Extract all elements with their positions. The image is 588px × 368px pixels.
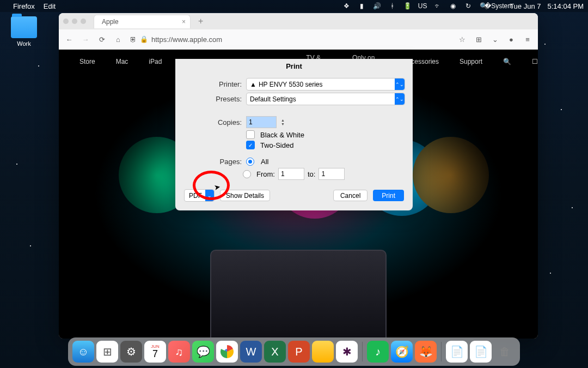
account-icon[interactable]: ●	[506, 34, 516, 44]
pdf-dropdown-button[interactable]: PDF ⌄	[184, 189, 215, 202]
pages-from-label: From:	[256, 170, 275, 178]
copies-label: Copies:	[183, 118, 242, 126]
pages-to-input[interactable]	[318, 168, 345, 180]
dock-safari-icon[interactable]: 🧭	[391, 341, 413, 363]
bw-checkbox[interactable]	[246, 130, 255, 139]
url-text: https://www.apple.com	[151, 35, 222, 44]
pages-all-label: All	[261, 158, 268, 166]
macos-dock: ☺ ⊞ ⚙ JUN7 ♫ 💬 W X P ✱ ♪ 🧭 🦊 📄 📄 🗑	[68, 337, 520, 366]
macos-menubar: Firefox Edit ❖ ▮ 🔊 ᚼ 🔋 US ᯤ ◉ ↻ 🔍 �Syste…	[0, 0, 588, 12]
input-source-icon[interactable]: US	[418, 2, 427, 10]
home-button[interactable]: ⌂	[113, 34, 123, 44]
menubar-app-name[interactable]: Firefox	[13, 2, 35, 10]
pages-label: Pages:	[183, 158, 242, 166]
bw-label: Black & White	[260, 131, 304, 139]
dock-finder-icon[interactable]: ☺	[72, 341, 94, 363]
show-details-button[interactable]: Show Details	[220, 190, 270, 201]
window-traffic-lights[interactable]	[63, 19, 86, 24]
address-bar[interactable]: ⛨ 🔒 https://www.apple.com	[130, 35, 451, 44]
presets-label: Presets:	[183, 95, 242, 103]
chevron-updown-icon: ⌃⌄	[395, 79, 405, 90]
laptop-graphic	[210, 250, 387, 339]
presets-select[interactable]: Default Settings ⌃⌄	[246, 93, 405, 105]
apple-search-icon[interactable]: 🔍	[503, 58, 511, 65]
desktop-folder-work[interactable]: Work	[11, 16, 37, 47]
hamburger-menu-icon[interactable]: ≡	[523, 34, 532, 44]
dock-slack-icon[interactable]: ✱	[336, 341, 358, 363]
dropbox-icon[interactable]: ❖	[342, 2, 351, 10]
printer-value: HP ENVY 5530 series	[259, 81, 323, 88]
tab-close-icon[interactable]: ×	[182, 18, 186, 26]
dock-music-icon[interactable]: ♫	[168, 341, 190, 363]
dock-separator	[362, 342, 363, 361]
back-button[interactable]: ←	[64, 34, 74, 44]
cursor-icon: ➤	[213, 182, 222, 192]
cancel-button[interactable]: Cancel	[333, 190, 367, 201]
menubar-edit[interactable]: Edit	[44, 2, 56, 10]
apple-bag-icon[interactable]: ☐	[532, 58, 538, 65]
battery-icon[interactable]: 🔋	[403, 2, 412, 10]
folder-icon	[11, 16, 37, 38]
dock-settings-icon[interactable]: ⚙	[120, 341, 142, 363]
dock-chrome-icon[interactable]	[216, 341, 238, 363]
browser-tabbar: Apple × +	[59, 13, 538, 29]
print-dialog: Print Printer: ▲ HP ENVY 5530 series ⌃⌄ …	[175, 59, 413, 210]
user-icon[interactable]: ◉	[449, 2, 457, 10]
nav-ipad[interactable]: iPad	[149, 58, 162, 65]
dock-spotify-icon[interactable]: ♪	[367, 341, 389, 363]
copies-input[interactable]	[246, 116, 277, 128]
warning-icon: ▲	[250, 81, 256, 88]
dock-excel-icon[interactable]: X	[264, 341, 286, 363]
bookmark-star-icon[interactable]: ☆	[457, 34, 467, 44]
dock-document-icon[interactable]: 📄	[446, 341, 468, 363]
twosided-checkbox[interactable]: ✓	[246, 141, 255, 149]
print-dialog-title: Print	[175, 59, 413, 76]
printer-select[interactable]: ▲ HP ENVY 5530 series ⌃⌄	[246, 78, 405, 91]
pages-range-radio[interactable]	[243, 170, 251, 178]
bluetooth-icon[interactable]: ᚼ	[388, 2, 396, 10]
dock-powerpoint-icon[interactable]: P	[288, 341, 310, 363]
pages-all-radio[interactable]	[246, 158, 254, 166]
dock-messages-icon[interactable]: 💬	[192, 341, 214, 363]
presets-value: Default Settings	[250, 95, 296, 103]
nav-store[interactable]: Store	[79, 58, 95, 65]
dock-notes-icon[interactable]	[312, 341, 334, 363]
dock-separator	[441, 342, 442, 361]
desktop-wallpaper: Firefox Edit ❖ ▮ 🔊 ᚼ 🔋 US ᯤ ◉ ↻ 🔍 �Syste…	[0, 0, 588, 368]
dock-trash-icon[interactable]: 🗑	[494, 341, 516, 363]
chevron-updown-icon: ⌃⌄	[395, 93, 405, 105]
dock-launchpad-icon[interactable]: ⊞	[96, 341, 118, 363]
dock-document-icon[interactable]: 📄	[470, 341, 492, 363]
nav-mac[interactable]: Mac	[116, 58, 128, 65]
dock-firefox-icon[interactable]: 🦊	[415, 341, 437, 363]
pocket-icon[interactable]: ⌄	[490, 34, 500, 44]
volume-icon[interactable]: 🔊	[372, 2, 381, 10]
twosided-label: Two-Sided	[260, 141, 293, 149]
print-button[interactable]: Print	[373, 190, 404, 201]
shield-icon: ⛨	[130, 35, 137, 44]
printer-label: Printer:	[183, 80, 242, 88]
menubar-time[interactable]: 5:14:04 PM	[548, 2, 584, 10]
menubar-date[interactable]: Tue Jun 7	[510, 2, 541, 10]
lock-icon: 🔒	[140, 35, 148, 43]
chevron-down-icon: ⌄	[205, 190, 214, 201]
wifi-icon[interactable]: ᯤ	[433, 2, 442, 10]
dock-word-icon[interactable]: W	[240, 341, 262, 363]
copies-stepper[interactable]: ▲▼	[281, 118, 289, 126]
browser-toolbar: ← → ⟳ ⌂ ⛨ 🔒 https://www.apple.com ☆ ⊞ ⌄ …	[59, 29, 538, 50]
pages-to-label: to:	[308, 170, 315, 178]
forward-button[interactable]: →	[81, 34, 90, 44]
dock-calendar-icon[interactable]: JUN7	[144, 341, 166, 363]
timemachine-icon[interactable]: ↻	[464, 2, 473, 10]
nav-support[interactable]: Support	[460, 58, 482, 65]
pages-from-input[interactable]	[278, 168, 304, 180]
control-center-icon[interactable]: �System	[494, 2, 503, 10]
new-tab-button[interactable]: +	[195, 16, 206, 26]
tab-title: Apple	[102, 18, 119, 26]
reload-button[interactable]: ⟳	[97, 34, 107, 44]
folder-label: Work	[11, 40, 37, 47]
qr-icon[interactable]: ⊞	[474, 34, 483, 44]
phone-icon[interactable]: ▮	[357, 2, 366, 10]
browser-tab-apple[interactable]: Apple ×	[94, 15, 191, 28]
pdf-label: PDF	[189, 192, 202, 200]
